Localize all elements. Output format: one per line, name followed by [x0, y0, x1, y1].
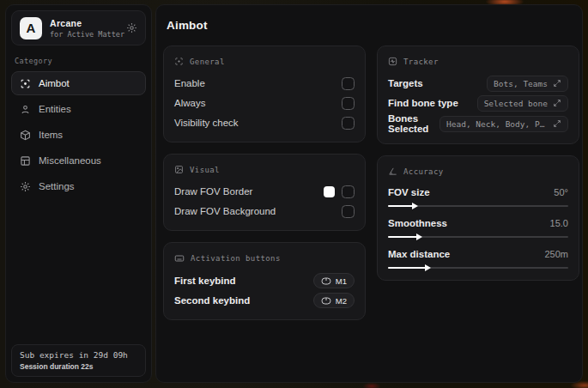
dropdown-value: Head, Neck, Body, Pe...: [446, 119, 548, 129]
sidebar-item-settings[interactable]: Settings: [11, 174, 146, 198]
toggle-row: Visibility check: [174, 113, 355, 132]
game-background: A Arcane for Active Matter Category Aimb…: [0, 0, 588, 388]
keyboard-icon: [174, 253, 185, 264]
dropdown-row: Find bone type Selected bone: [388, 94, 568, 112]
draw-fov-border-checkbox[interactable]: [342, 185, 355, 198]
image-icon: [174, 165, 184, 174]
expand-icon: [553, 99, 561, 107]
mouse-icon: [321, 297, 331, 305]
second-keybind-button[interactable]: M2: [313, 293, 355, 308]
brand-initial: A: [27, 21, 36, 35]
category-label: Category: [15, 57, 142, 65]
expand-icon: [553, 79, 561, 88]
mouse-icon: [321, 277, 331, 285]
section-title: Visual: [190, 166, 220, 174]
sidebar-item-miscellaneous[interactable]: Miscellaneous: [11, 149, 146, 173]
sub-expiry-text: Sub expires in 29d 09h: [20, 350, 137, 360]
find-bone-type-dropdown[interactable]: Selected bone: [477, 95, 568, 112]
toggle-row: Enable: [174, 74, 355, 93]
first-keybind-button[interactable]: M1: [313, 273, 355, 288]
session-duration-text: Session duration 22s: [20, 362, 137, 371]
max-distance-value: 250m: [544, 249, 568, 259]
sidebar-item-label: Settings: [39, 181, 75, 191]
max-distance-slider-block: Max distance 250m: [388, 246, 568, 269]
activity-icon: [388, 57, 397, 66]
sidebar-item-label: Aimbot: [39, 78, 70, 88]
slider-thumb[interactable]: [412, 203, 418, 209]
panels-icon: [20, 155, 31, 167]
cheat-menu-window: A Arcane for Active Matter Category Aimb…: [5, 4, 583, 383]
category-nav: Aimbot Entities Items: [11, 71, 146, 198]
section-title: Activation buttons: [191, 254, 281, 263]
main-content: Aimbot General Enable: [155, 4, 583, 383]
brand-subtitle: for Active Matter: [50, 30, 118, 39]
slider-thumb[interactable]: [425, 264, 431, 271]
brand-logo: A: [20, 17, 42, 39]
activation-card: Activation buttons First keybind M1: [163, 242, 366, 320]
sidebar-item-label: Miscellaneous: [39, 155, 101, 166]
cube-icon: [20, 130, 31, 141]
enable-checkbox[interactable]: [342, 77, 355, 90]
fov-size-slider-block: FOV size 50°: [388, 184, 568, 207]
brand-card: A Arcane for Active Matter: [11, 10, 146, 45]
gear-icon: [20, 181, 31, 192]
sidebar-item-items[interactable]: Items: [11, 123, 146, 147]
dropdown-row: Bones Selected Head, Neck, Body, Pe...: [388, 113, 568, 134]
max-distance-slider[interactable]: [388, 267, 568, 269]
accuracy-card: Accuracy FOV size 50°: [377, 155, 579, 281]
sidebar-item-aimbot[interactable]: Aimbot: [11, 71, 146, 95]
dropdown-value: Selected bone: [484, 99, 548, 108]
expand-icon: [553, 119, 561, 128]
toggle-row: Draw FOV Border: [174, 182, 355, 201]
fov-size-slider[interactable]: [388, 205, 568, 207]
section-title: Tracker: [403, 58, 439, 66]
person-icon: [20, 104, 31, 115]
toggle-row: Always: [174, 94, 355, 112]
draw-fov-background-checkbox[interactable]: [342, 205, 355, 218]
sidebar-item-entities[interactable]: Entities: [11, 97, 146, 121]
dropdown-row: Targets Bots, Teams: [388, 74, 568, 93]
keybind-row: First keybind M1: [174, 271, 355, 290]
gear-icon[interactable]: [126, 22, 137, 33]
fov-border-color-swatch[interactable]: [324, 186, 335, 197]
toggle-row: Draw FOV Background: [174, 202, 355, 221]
sidebar-item-label: Items: [39, 130, 63, 140]
page-title: Aimbot: [167, 19, 574, 32]
keybind-value: M1: [336, 276, 347, 286]
angle-icon: [388, 167, 397, 176]
visibility-check-checkbox[interactable]: [342, 117, 355, 130]
fov-size-value: 50°: [554, 187, 568, 197]
keybind-value: M2: [336, 296, 347, 306]
slider-thumb[interactable]: [416, 233, 422, 240]
smoothness-value: 15.0: [550, 218, 568, 228]
crosshair-icon: [20, 78, 31, 89]
always-checkbox[interactable]: [342, 97, 355, 110]
brand-name: Arcane: [50, 18, 118, 28]
sidebar-item-label: Entities: [39, 104, 71, 114]
general-card: General Enable Always Visibility check: [163, 45, 366, 142]
section-title: General: [190, 58, 225, 66]
bones-selected-dropdown[interactable]: Head, Neck, Body, Pe...: [439, 116, 568, 132]
crosshair-icon: [174, 57, 184, 66]
visual-card: Visual Draw FOV Border Draw FOV Backgrou…: [163, 154, 366, 231]
dropdown-value: Bots, Teams: [494, 79, 548, 88]
section-title: Accuracy: [403, 167, 444, 176]
subscription-info: Sub expires in 29d 09h Session duration …: [11, 344, 146, 377]
sidebar: A Arcane for Active Matter Category Aimb…: [5, 4, 152, 383]
tracker-card: Tracker Targets Bots, Teams: [377, 45, 579, 144]
keybind-row: Second keybind M2: [174, 291, 355, 310]
targets-dropdown[interactable]: Bots, Teams: [487, 76, 568, 92]
smoothness-slider-block: Smoothness 15.0: [388, 215, 568, 238]
smoothness-slider[interactable]: [388, 236, 568, 238]
